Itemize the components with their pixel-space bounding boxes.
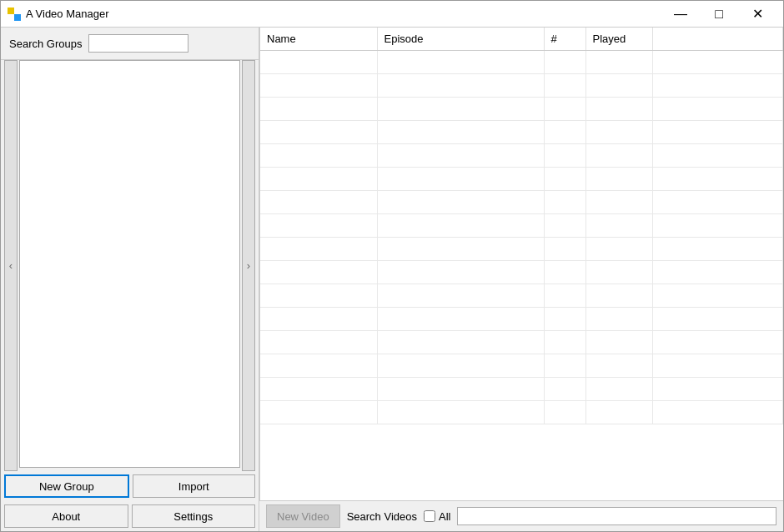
settings-button[interactable]: Settings (132, 504, 256, 528)
all-label: All (439, 510, 450, 523)
right-bottom-bar: New Video Search Videos All (259, 500, 783, 531)
main-window: A Video Manager — □ ✕ Search Groups ‹ (0, 0, 784, 532)
minimize-button[interactable]: — (661, 1, 700, 28)
scroll-left-button[interactable]: ‹ (4, 60, 18, 471)
col-header-episode: Episode (377, 28, 544, 51)
col-header-extra (652, 28, 783, 51)
all-checkbox[interactable] (424, 510, 435, 522)
table-header-row: Name Episode # Played (260, 28, 783, 51)
table-row[interactable] (260, 308, 783, 331)
window-title: A Video Manager (26, 8, 109, 20)
title-bar: A Video Manager — □ ✕ (1, 1, 783, 28)
new-group-button[interactable]: New Group (4, 474, 129, 498)
app-icon-img (8, 8, 21, 21)
right-panel: Name Episode # Played (259, 28, 783, 531)
import-button[interactable]: Import (133, 474, 256, 498)
table-row[interactable] (260, 378, 783, 401)
title-bar-left: A Video Manager (8, 8, 109, 21)
left-panel: Search Groups ‹ › Ne (1, 28, 259, 531)
table-row[interactable] (260, 144, 783, 168)
table-row[interactable] (260, 74, 783, 98)
all-checkbox-container: All (424, 510, 450, 523)
app-icon (8, 8, 21, 21)
col-header-played: Played (585, 28, 652, 51)
scroll-right-button[interactable]: › (242, 60, 255, 471)
table-row[interactable] (260, 168, 783, 191)
table-header: Name Episode # Played (260, 28, 783, 51)
table-row[interactable] (260, 354, 783, 378)
title-bar-controls: — □ ✕ (661, 1, 776, 28)
col-header-num: # (544, 28, 585, 51)
about-button[interactable]: About (4, 504, 128, 528)
search-videos-label: Search Videos (347, 510, 417, 523)
table-row[interactable] (260, 331, 783, 354)
left-top-buttons: New Group Import (1, 471, 259, 501)
table-row[interactable] (260, 261, 783, 284)
table-row[interactable] (260, 238, 783, 261)
search-bar: Search Groups (1, 28, 259, 60)
table-body (260, 51, 783, 424)
videos-table: Name Episode # Played (260, 28, 783, 424)
col-header-name: Name (260, 28, 377, 51)
table-row[interactable] (260, 121, 783, 144)
table-row[interactable] (260, 98, 783, 121)
left-bottom-buttons: About Settings (1, 501, 259, 531)
table-row[interactable] (260, 51, 783, 74)
new-video-button: New Video (266, 504, 340, 528)
main-content: Search Groups ‹ › Ne (1, 28, 783, 531)
table-row[interactable] (260, 214, 783, 238)
group-list[interactable] (19, 60, 240, 468)
search-videos-input[interactable] (457, 507, 776, 525)
table-row[interactable] (260, 191, 783, 214)
maximize-button[interactable]: □ (700, 1, 738, 28)
video-table[interactable]: Name Episode # Played (259, 28, 783, 500)
search-groups-input[interactable] (88, 34, 188, 53)
table-row[interactable] (260, 401, 783, 424)
table-row[interactable] (260, 284, 783, 308)
close-button[interactable]: ✕ (738, 1, 776, 28)
left-panel-inner: Search Groups ‹ › Ne (1, 28, 259, 531)
search-groups-label: Search Groups (9, 38, 82, 50)
